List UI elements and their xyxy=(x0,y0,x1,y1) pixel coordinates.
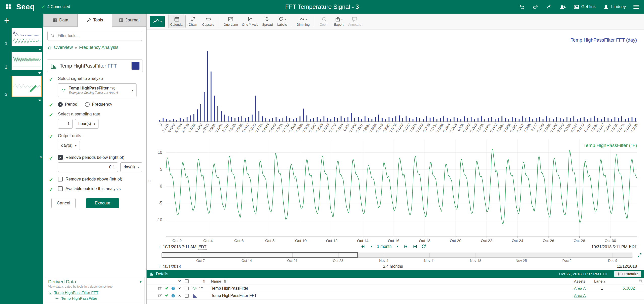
toolbar-button-export[interactable]: ▾Export xyxy=(331,15,346,28)
execute-button[interactable]: Execute xyxy=(86,198,119,208)
tab-data[interactable]: Data xyxy=(43,14,78,27)
collapse-tools-panel-handle[interactable]: « xyxy=(148,178,151,183)
row-checkbox[interactable] xyxy=(185,287,189,290)
fft-chart[interactable] xyxy=(159,33,637,122)
home-icon[interactable] xyxy=(47,45,52,50)
step-back-button[interactable] xyxy=(369,244,373,249)
signal-x-axis-labels[interactable]: Oct 2Oct 4Oct 6Oct 8Oct 10Oct 12Oct 14Oc… xyxy=(166,236,637,243)
filter-tools-input[interactable] xyxy=(47,31,142,41)
display-range-end[interactable]: 10/31/2018 5:11 PM xyxy=(591,245,627,249)
derived-item-signal[interactable]: Temp HighPassFilter xyxy=(55,296,142,301)
redo-icon[interactable] xyxy=(532,4,538,10)
asset-link[interactable]: Area A xyxy=(574,286,586,291)
worksheet-thumbnail-1[interactable]: 1 xyxy=(12,28,42,46)
step-to-end-button[interactable] xyxy=(413,244,418,249)
toolbar-button-dimming[interactable]: ▾Dimming xyxy=(295,15,312,28)
worksheet-3-chevron-down-icon[interactable] xyxy=(38,100,41,101)
toolbar-button-calendar[interactable]: Calendar xyxy=(168,15,186,28)
item-name[interactable]: Temp HighPassFilter xyxy=(210,286,574,291)
signal-select-dropdown[interactable]: Temp HighPassFilter (°F) Example » Cooli… xyxy=(58,83,137,97)
users-icon[interactable] xyxy=(560,4,566,10)
available-outside-checkbox[interactable] xyxy=(58,186,63,191)
toolbar-button-one-y-axis[interactable]: One Y-Axis xyxy=(240,15,260,28)
sampling-rate-input[interactable] xyxy=(58,119,73,129)
display-range-start[interactable]: 10/1/2018 7:11 AM xyxy=(163,245,196,249)
derived-item-fft-link[interactable]: Temp HighPassFilter FFT xyxy=(54,290,98,295)
hamburger-menu-icon[interactable] xyxy=(633,4,639,10)
name-column-header[interactable]: Name xyxy=(211,279,221,283)
timezone-label[interactable]: EDT xyxy=(198,245,207,250)
derived-item-fft[interactable]: Temp HighPassFilter FFT xyxy=(48,290,142,295)
worksheet-thumbnail-2[interactable]: 2 xyxy=(12,52,42,70)
info-icon[interactable] xyxy=(170,286,176,291)
timezone-label[interactable]: EDT xyxy=(629,245,637,249)
customize-button[interactable]: Customize xyxy=(614,271,641,277)
sort-icon[interactable]: ⇅ xyxy=(199,279,210,283)
derived-data-header[interactable]: Derived Data ▾ xyxy=(48,279,142,285)
remove-item-icon[interactable] xyxy=(176,294,183,297)
lane-column-header[interactable]: Lane ▴ xyxy=(594,279,610,283)
duration-button[interactable]: 1 month xyxy=(377,244,392,249)
send-to-trend-icon[interactable] xyxy=(163,286,170,290)
signal-y-axis[interactable]: 1050-5-10 xyxy=(147,140,164,236)
remove-all-column-header[interactable]: ✕ xyxy=(176,279,183,284)
chevron-down-icon[interactable]: ▾ xyxy=(140,280,142,284)
output-unit-dropdown[interactable]: day(s) ▾ xyxy=(58,141,80,150)
derived-item-signal-link[interactable]: Temp HighPassFilter xyxy=(61,296,97,301)
worksheet-2-chevron-down-icon[interactable] xyxy=(38,72,41,74)
send-to-trend-icon[interactable] xyxy=(163,294,170,298)
investigate-range-start[interactable]: 10/1/2018 xyxy=(163,264,181,269)
trend-view-button[interactable]: ▾ xyxy=(150,16,165,27)
select-all-checkbox[interactable] xyxy=(185,279,189,283)
add-column-icon[interactable] xyxy=(637,279,644,283)
worksheet-thumbnail-3-active[interactable]: 3 xyxy=(12,76,42,97)
connection-status[interactable]: ✓ 4 Connected xyxy=(41,4,70,10)
sort-icon[interactable]: ⇅ xyxy=(224,279,227,283)
collapse-worksheet-panel-handle[interactable]: « xyxy=(40,154,42,159)
seeq-logo[interactable]: Seeq xyxy=(16,3,35,11)
step-forward-fast-button[interactable] xyxy=(403,244,409,249)
add-worksheet-button[interactable]: + xyxy=(4,16,13,25)
worksheet-1-preview[interactable] xyxy=(12,28,42,46)
worksheet-2-preview[interactable] xyxy=(12,52,42,70)
toolbar-button-capsule[interactable]: Capsule xyxy=(200,15,216,28)
investigate-range-end[interactable]: 12/12/2018 xyxy=(617,264,637,269)
radio-dot[interactable] xyxy=(85,102,90,107)
apps-grid-icon[interactable] xyxy=(5,4,12,10)
edit-item-icon[interactable] xyxy=(157,294,163,298)
worksheet-3-preview[interactable] xyxy=(12,76,42,97)
step-back-fast-button[interactable] xyxy=(360,244,365,249)
item-name[interactable]: Temp HighPassFilter FFT xyxy=(210,293,574,298)
user-menu[interactable]: Lindsey xyxy=(603,4,626,10)
toolbar-button-spread[interactable]: Spread xyxy=(260,15,275,28)
timeline-selected-range[interactable] xyxy=(162,252,358,258)
timeline-scrubber[interactable] xyxy=(161,253,632,258)
toolbar-button-labels[interactable]: ▾Labels xyxy=(275,15,289,28)
sampling-unit-dropdown[interactable]: hour(s) ▾ xyxy=(75,119,98,129)
investigate-range-duration[interactable]: 2.4 months xyxy=(383,264,403,269)
result-color-swatch[interactable] xyxy=(131,62,140,70)
edit-item-icon[interactable] xyxy=(157,286,163,291)
toolbar-button-chain[interactable]: Chain xyxy=(186,15,200,28)
remove-above-checkbox[interactable] xyxy=(58,177,63,181)
cancel-button[interactable]: Cancel xyxy=(51,198,76,208)
remove-below-unit-dropdown[interactable]: day(s) ▾ xyxy=(120,162,142,172)
tab-journal[interactable]: Journal xyxy=(112,14,146,27)
remove-item-icon[interactable] xyxy=(176,287,183,290)
signal-chart[interactable] xyxy=(166,140,637,236)
breadcrumb-overview-link[interactable]: Overview xyxy=(54,45,73,50)
radio-dot[interactable] xyxy=(58,102,63,107)
frequency-radio[interactable]: Frequency xyxy=(85,102,112,107)
undo-icon[interactable] xyxy=(519,4,525,10)
step-forward-button[interactable] xyxy=(395,244,399,249)
expand-timeline-icon[interactable] xyxy=(637,253,642,257)
worksheet-1-chevron-down-icon[interactable] xyxy=(38,49,41,50)
share-icon[interactable] xyxy=(546,4,552,10)
remove-below-checkbox[interactable] xyxy=(58,155,63,160)
row-checkbox[interactable] xyxy=(185,294,189,298)
tab-tools[interactable]: Tools xyxy=(78,14,112,27)
toolbar-button-one-lane[interactable]: One Lane xyxy=(221,15,240,28)
refresh-button[interactable] xyxy=(421,244,426,249)
asset-link[interactable]: Area A xyxy=(574,293,586,298)
period-radio[interactable]: Period xyxy=(58,102,77,107)
